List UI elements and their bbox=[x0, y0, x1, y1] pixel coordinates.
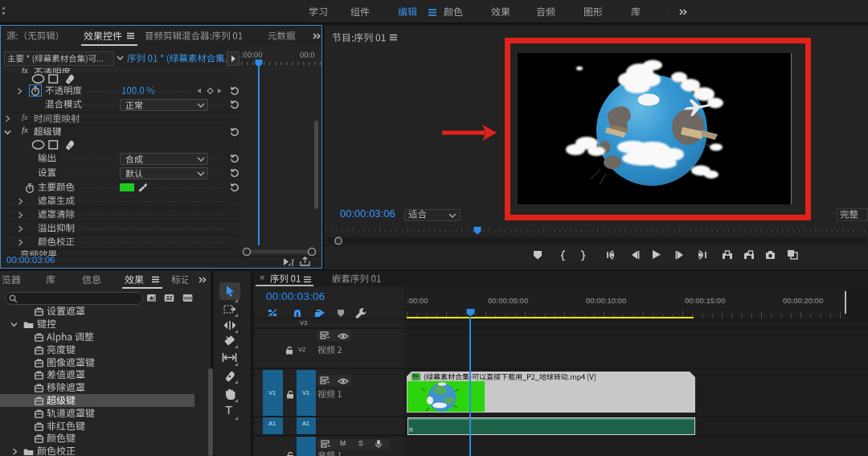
svg-text:YUV: YUV bbox=[183, 296, 192, 301]
svg-text:32: 32 bbox=[166, 295, 173, 301]
